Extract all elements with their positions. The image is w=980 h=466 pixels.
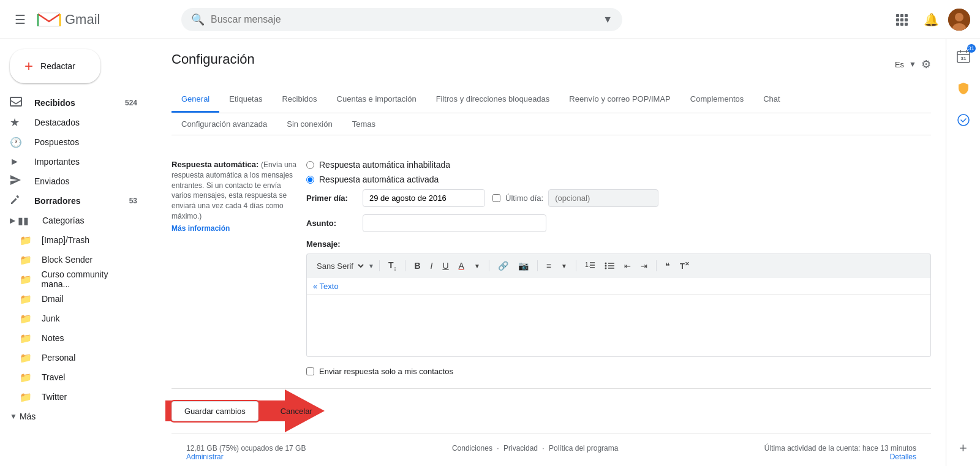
- auto-reply-section: Respuesta automática: (Envía una respues…: [172, 148, 931, 389]
- toolbar-underline[interactable]: U: [439, 258, 452, 273]
- radio-option-disabled[interactable]: Respuesta automática inhabilitada: [306, 160, 931, 170]
- shield-icon[interactable]: [951, 76, 976, 100]
- radio-disabled[interactable]: [306, 161, 314, 169]
- sub-tab-avanzada[interactable]: Configuración avanzada: [172, 113, 277, 135]
- sidebar-item-categorias[interactable]: ▶ ▮▮ Categorías: [0, 211, 147, 230]
- tab-general[interactable]: General: [172, 87, 219, 113]
- only-contacts-label: Enviar respuesta solo a mis contactos: [319, 367, 453, 376]
- toolbar-clear[interactable]: T✕: [676, 258, 693, 273]
- toolbar-indent-less[interactable]: ⇤: [620, 259, 635, 273]
- folder-label-imap: [Imap]/Trash: [42, 235, 89, 245]
- toolbar-image[interactable]: 📷: [514, 258, 532, 273]
- tab-recibidos[interactable]: Recibidos: [272, 87, 326, 113]
- svg-rect-8: [900, 23, 903, 26]
- folder-label-junk: Junk: [42, 314, 60, 323]
- sub-tab-temas[interactable]: Temas: [342, 113, 385, 135]
- texto-link[interactable]: « Texto: [307, 278, 930, 295]
- footer-link-condiciones[interactable]: Condiciones: [452, 444, 492, 453]
- last-day-input[interactable]: [548, 189, 658, 207]
- first-day-input[interactable]: [363, 189, 485, 207]
- folder-icon-dmail: 📁: [20, 293, 34, 305]
- toolbar-italic[interactable]: I: [427, 258, 437, 273]
- tab-etiquetas[interactable]: Etiquetas: [219, 87, 272, 113]
- asunto-input[interactable]: [363, 214, 546, 232]
- sidebar-item-destacados[interactable]: ★ Destacados: [0, 113, 147, 132]
- sidebar-item-recibidos[interactable]: Recibidos 524: [0, 93, 147, 113]
- svg-rect-1: [896, 14, 899, 17]
- list-bul-icon-svg: [605, 261, 614, 269]
- toolbar-quote[interactable]: ❝: [662, 258, 674, 273]
- footer-link-privacidad[interactable]: Privacidad: [503, 444, 538, 453]
- toolbar-list-bul[interactable]: [601, 258, 618, 274]
- check-circle-icon[interactable]: [951, 108, 976, 132]
- radio-enabled[interactable]: [306, 176, 314, 184]
- calendar-svg: 31: [957, 50, 970, 63]
- radio-disabled-label[interactable]: Respuesta automática inhabilitada: [319, 160, 450, 170]
- first-day-label: Primer día:: [306, 194, 355, 203]
- svg-rect-0: [38, 13, 60, 26]
- sidebar-item-travel[interactable]: 📁 Travel: [0, 367, 147, 387]
- sidebar-item-junk[interactable]: 📁 Junk: [0, 309, 147, 328]
- avatar[interactable]: [948, 9, 970, 31]
- sidebar-item-block-sender[interactable]: 📁 Block Sender: [0, 250, 147, 269]
- toolbar-color[interactable]: A: [455, 258, 468, 273]
- toolbar-divider-2: [405, 260, 405, 271]
- folder-icon-twitter: 📁: [20, 391, 34, 403]
- sidebar-item-borradores[interactable]: Borradores 53: [0, 191, 147, 211]
- details-link[interactable]: Detalles: [890, 453, 916, 461]
- sidebar-item-imap-trash[interactable]: 📁 [Imap]/Trash: [0, 230, 147, 250]
- toolbar-align-dropdown[interactable]: ▼: [557, 260, 571, 272]
- tab-chat[interactable]: Chat: [753, 87, 790, 113]
- tab-cuentas[interactable]: Cuentas e importación: [327, 87, 426, 113]
- shield-svg: [957, 81, 970, 95]
- radio-option-enabled[interactable]: Respuesta automática activada: [306, 175, 931, 184]
- manage-link[interactable]: Administrar: [186, 453, 224, 461]
- asunto-row: Asunto:: [306, 214, 931, 232]
- settings-gear-icon[interactable]: ⚙: [921, 58, 931, 71]
- sidebar-item-personal[interactable]: 📁 Personal: [0, 348, 147, 367]
- more-info-link[interactable]: Más información: [172, 224, 296, 233]
- lang-dropdown-icon[interactable]: ▼: [909, 60, 916, 69]
- search-dropdown-icon[interactable]: ▼: [603, 14, 612, 25]
- sidebar-item-dmail[interactable]: 📁 Dmail: [0, 289, 147, 309]
- cancel-button[interactable]: Cancelar: [268, 402, 325, 421]
- tab-reenvio[interactable]: Reenvío y correo POP/IMAP: [559, 87, 680, 113]
- sidebar-item-notes[interactable]: 📁 Notes: [0, 328, 147, 348]
- apps-icon[interactable]: [889, 7, 914, 32]
- menu-icon[interactable]: ☰: [10, 7, 31, 32]
- sub-tab-sin-conexion[interactable]: Sin conexión: [277, 113, 342, 135]
- footer-link-politica[interactable]: Política del programa: [549, 444, 618, 453]
- toolbar-color-dropdown[interactable]: ▼: [470, 260, 484, 272]
- search-input[interactable]: [211, 14, 597, 25]
- notifications-icon[interactable]: 🔔: [919, 7, 943, 32]
- toolbar-indent-more[interactable]: ⇥: [637, 259, 651, 273]
- save-button[interactable]: Guardar cambios: [172, 401, 258, 421]
- editor-content[interactable]: [307, 295, 930, 356]
- calendar-icon[interactable]: 31 31: [951, 44, 976, 69]
- toolbar-link[interactable]: 🔗: [494, 258, 512, 273]
- toolbar-list-num[interactable]: 1.: [581, 258, 598, 274]
- toolbar-bold[interactable]: B: [410, 258, 424, 273]
- sidebar-item-importantes[interactable]: ► Importantes: [0, 152, 147, 171]
- font-select[interactable]: Sans Serif: [312, 258, 366, 274]
- last-day-checkbox[interactable]: [492, 194, 500, 202]
- right-sidebar-add[interactable]: +: [954, 435, 972, 461]
- sidebar-item-twitter[interactable]: 📁 Twitter: [0, 387, 147, 407]
- radio-enabled-label[interactable]: Respuesta automática activada: [319, 175, 439, 184]
- tab-filtros[interactable]: Filtros y direcciones bloqueadas: [426, 87, 560, 113]
- tab-complementos[interactable]: Complementos: [680, 87, 753, 113]
- search-input-wrapper[interactable]: 🔍 ▼: [181, 8, 622, 31]
- lang-select[interactable]: Es: [895, 60, 904, 69]
- check-circle-svg: [957, 113, 970, 127]
- sidebar-item-enviados[interactable]: Enviados: [0, 171, 147, 191]
- toolbar-align[interactable]: ≡: [543, 258, 555, 273]
- toolbar-font-size[interactable]: T↕: [385, 258, 401, 274]
- compose-button[interactable]: + Redactar: [10, 49, 100, 83]
- sidebar-item-mas[interactable]: ▼ Más: [0, 407, 157, 426]
- sidebar-item-curso[interactable]: 📁 Curso community mana...: [0, 269, 147, 289]
- sidebar-item-pospuestos[interactable]: 🕐 Pospuestos: [0, 132, 147, 152]
- mensaje-label: Mensaje:: [306, 239, 931, 249]
- svg-rect-6: [905, 18, 908, 21]
- only-contacts-checkbox[interactable]: [306, 367, 314, 375]
- action-row: Guardar cambios Cancelar: [172, 389, 931, 434]
